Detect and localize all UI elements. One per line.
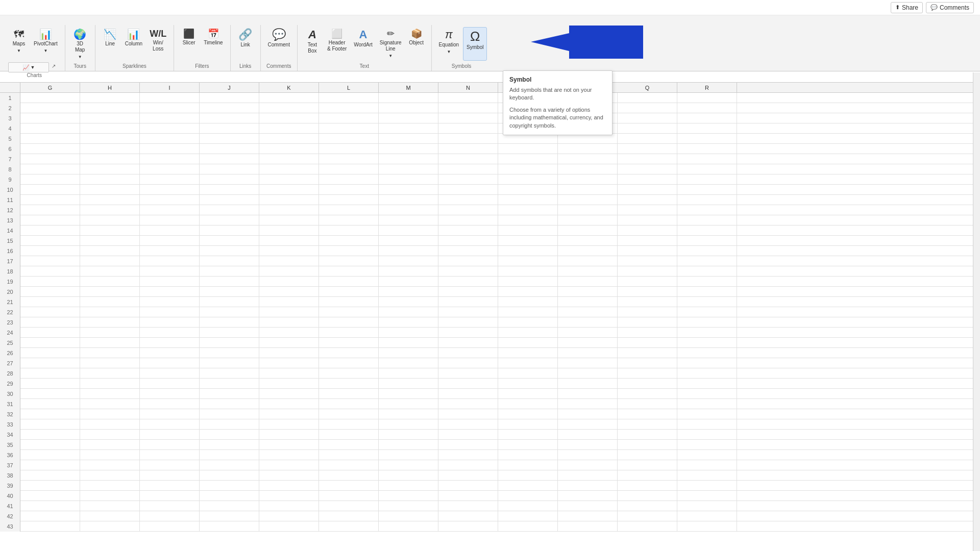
grid-cell[interactable]	[438, 205, 498, 215]
grid-cell[interactable]	[319, 174, 379, 185]
grid-cell[interactable]	[259, 450, 319, 460]
grid-cell[interactable]	[80, 358, 140, 368]
grid-cell[interactable]	[200, 440, 259, 450]
grid-cell[interactable]	[20, 134, 80, 144]
grid-cell[interactable]	[438, 511, 498, 521]
grid-cell[interactable]	[558, 348, 618, 358]
col-header-m[interactable]: M	[379, 83, 438, 92]
grid-cell[interactable]	[558, 328, 618, 338]
grid-cell[interactable]	[498, 409, 558, 419]
grid-cell[interactable]	[319, 389, 379, 399]
grid-cell[interactable]	[677, 144, 737, 154]
grid-cell[interactable]	[737, 389, 980, 399]
grid-cell[interactable]	[80, 430, 140, 440]
grid-cell[interactable]	[618, 419, 677, 430]
grid-cell[interactable]	[80, 399, 140, 409]
grid-cell[interactable]	[737, 195, 980, 205]
grid-cell[interactable]	[677, 409, 737, 419]
grid-cell[interactable]	[558, 226, 618, 236]
grid-cell[interactable]	[498, 297, 558, 307]
grid-cell[interactable]	[200, 389, 259, 399]
grid-cell[interactable]	[140, 348, 200, 358]
grid-cell[interactable]	[259, 328, 319, 338]
grid-cell[interactable]	[379, 460, 438, 470]
grid-cell[interactable]	[319, 491, 379, 501]
grid-cell[interactable]	[259, 491, 319, 501]
grid-cell[interactable]	[379, 144, 438, 154]
grid-cell[interactable]	[200, 348, 259, 358]
grid-cell[interactable]	[319, 328, 379, 338]
grid-cell[interactable]	[677, 154, 737, 164]
grid-cell[interactable]	[319, 450, 379, 460]
grid-cell[interactable]	[558, 409, 618, 419]
grid-cell[interactable]	[80, 185, 140, 195]
grid-cell[interactable]	[200, 307, 259, 317]
grid-cell[interactable]	[379, 256, 438, 266]
grid-cell[interactable]	[20, 430, 80, 440]
grid-cell[interactable]	[677, 205, 737, 215]
grid-cell[interactable]	[618, 113, 677, 123]
grid-cell[interactable]	[618, 521, 677, 532]
grid-cell[interactable]	[319, 236, 379, 246]
grid-cell[interactable]	[677, 511, 737, 521]
grid-cell[interactable]	[20, 215, 80, 226]
grid-cell[interactable]	[737, 185, 980, 195]
grid-cell[interactable]	[20, 348, 80, 358]
grid-cell[interactable]	[80, 103, 140, 113]
grid-cell[interactable]	[618, 338, 677, 348]
grid-cell[interactable]	[558, 236, 618, 246]
grid-cell[interactable]	[618, 307, 677, 317]
grid-cell[interactable]	[200, 134, 259, 144]
grid-cell[interactable]	[379, 379, 438, 389]
grid-cell[interactable]	[20, 440, 80, 450]
grid-cell[interactable]	[618, 379, 677, 389]
grid-cell[interactable]	[558, 419, 618, 430]
grid-cell[interactable]	[379, 205, 438, 215]
grid-cell[interactable]	[80, 419, 140, 430]
grid-cell[interactable]	[677, 164, 737, 174]
grid-cell[interactable]	[618, 226, 677, 236]
grid-cell[interactable]	[80, 440, 140, 450]
grid-cell[interactable]	[379, 368, 438, 379]
grid-cell[interactable]	[618, 236, 677, 246]
grid-cell[interactable]	[80, 348, 140, 358]
grid-cell[interactable]	[80, 460, 140, 470]
grid-cell[interactable]	[80, 226, 140, 236]
grid-cell[interactable]	[438, 348, 498, 358]
grid-cell[interactable]	[438, 491, 498, 501]
grid-cell[interactable]	[140, 521, 200, 532]
grid-cell[interactable]	[737, 501, 980, 511]
grid-cell[interactable]	[319, 93, 379, 103]
grid-cell[interactable]	[379, 287, 438, 297]
grid-cell[interactable]	[677, 348, 737, 358]
grid-cell[interactable]	[498, 440, 558, 450]
grid-cell[interactable]	[140, 256, 200, 266]
grid-cell[interactable]	[737, 317, 980, 328]
grid-cell[interactable]	[677, 103, 737, 113]
grid-cell[interactable]	[438, 399, 498, 409]
grid-cell[interactable]	[498, 164, 558, 174]
grid-cell[interactable]	[140, 409, 200, 419]
grid-cell[interactable]	[379, 103, 438, 113]
grid-cell[interactable]	[618, 195, 677, 205]
grid-cell[interactable]	[379, 236, 438, 246]
col-header-i[interactable]: I	[140, 83, 200, 92]
grid-cell[interactable]	[200, 491, 259, 501]
grid-cell[interactable]	[259, 215, 319, 226]
grid-cell[interactable]	[498, 501, 558, 511]
grid-cell[interactable]	[618, 317, 677, 328]
grid-cell[interactable]	[618, 256, 677, 266]
grid-cell[interactable]	[498, 287, 558, 297]
grid-cell[interactable]	[140, 511, 200, 521]
grid-cell[interactable]	[498, 379, 558, 389]
grid-cell[interactable]	[20, 389, 80, 399]
grid-cell[interactable]	[379, 174, 438, 185]
grid-cell[interactable]	[319, 430, 379, 440]
grid-cell[interactable]	[558, 297, 618, 307]
grid-cell[interactable]	[80, 409, 140, 419]
grid-cell[interactable]	[200, 470, 259, 481]
grid-cell[interactable]	[379, 470, 438, 481]
grid-cell[interactable]	[80, 205, 140, 215]
grid-cell[interactable]	[498, 317, 558, 328]
grid-cell[interactable]	[80, 491, 140, 501]
